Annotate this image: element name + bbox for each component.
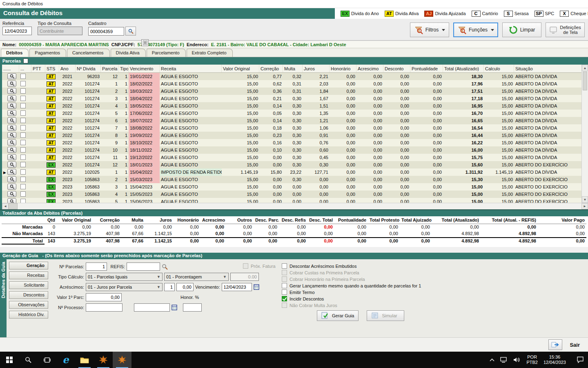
start-button[interactable] bbox=[0, 352, 19, 368]
acrescimo-qtd-input[interactable] bbox=[164, 283, 175, 291]
funcoes-button[interactable]: Funções bbox=[453, 22, 498, 37]
row-checkbox[interactable] bbox=[20, 110, 26, 116]
table-row[interactable]: ▶AT20221020251115/04/2022IMPOSTO DE REND… bbox=[2, 168, 588, 176]
sair-button[interactable]: Sair bbox=[566, 340, 584, 350]
row-detail-button[interactable] bbox=[7, 110, 16, 116]
row-checkbox[interactable] bbox=[20, 184, 26, 189]
option-checkbox[interactable] bbox=[282, 263, 287, 269]
side-button-hist-rico-div-[interactable]: Histórico Div. bbox=[9, 311, 48, 319]
acrescimos-select[interactable]: 01 - Juros por Parcela▼ bbox=[86, 283, 163, 291]
row-detail-button[interactable] bbox=[7, 125, 16, 131]
language-indicator[interactable]: POR PTB2 bbox=[526, 355, 538, 365]
table-row[interactable]: EX20231058633115/04/2023AGUA E ESGOTO15,… bbox=[2, 183, 588, 191]
row-detail-button[interactable] bbox=[7, 191, 16, 197]
table-row[interactable]: EX20231058634115/05/2023AGUA E ESGOTO15,… bbox=[2, 191, 588, 198]
row-checkbox[interactable] bbox=[20, 88, 26, 94]
refis-search-icon[interactable] bbox=[162, 264, 168, 270]
table-row[interactable]: AT20221012746118/07/2022AGUA E ESGOTO15,… bbox=[2, 117, 588, 124]
row-checkbox[interactable] bbox=[20, 96, 26, 101]
row-detail-button[interactable] bbox=[7, 132, 16, 138]
row-detail-button[interactable] bbox=[7, 176, 16, 182]
n-processo-input[interactable] bbox=[86, 303, 122, 312]
table-row[interactable]: EX202210127412118/01/2023AGUA E ESGOTO15… bbox=[2, 161, 588, 168]
refis-input[interactable] bbox=[127, 263, 160, 271]
table-row[interactable]: AT20221012741118/02/2022AGUA E ESGOTO15,… bbox=[2, 80, 588, 88]
option-checkbox[interactable] bbox=[282, 289, 287, 295]
table-row[interactable]: AT202210127411119/12/2022AGUA E ESGOTO15… bbox=[2, 154, 588, 161]
definicoes-tela-button[interactable]: Definições de Tela bbox=[546, 22, 585, 37]
scroll-left-arrow[interactable]: ◄ bbox=[2, 203, 9, 209]
row-detail-button[interactable] bbox=[7, 169, 16, 175]
tipo-calculo-select[interactable]: 01 - Parcelas Iguais▼ bbox=[86, 273, 163, 281]
honor-percent-input[interactable] bbox=[183, 303, 202, 312]
row-detail-button[interactable] bbox=[7, 73, 16, 79]
simular-button[interactable]: Simular bbox=[367, 310, 404, 321]
horizontal-scrollbar[interactable]: ◄ ► bbox=[2, 203, 588, 209]
taskbar-search-button[interactable] bbox=[19, 352, 38, 368]
task-view-button[interactable] bbox=[38, 352, 56, 368]
row-detail-button[interactable] bbox=[7, 81, 16, 87]
scroll-up-arrow[interactable]: ▲ bbox=[582, 65, 588, 71]
tipo-consulta-select[interactable] bbox=[38, 27, 82, 35]
vencimento-input[interactable] bbox=[222, 283, 252, 291]
app-orange-2-button[interactable] bbox=[113, 352, 131, 368]
vertical-scrollbar[interactable]: ▲ ▼ bbox=[581, 65, 588, 203]
row-detail-button[interactable] bbox=[7, 154, 16, 160]
clock[interactable]: 15:36 12/04/2023 bbox=[543, 355, 566, 365]
option-checkbox[interactable] bbox=[282, 270, 287, 275]
table-row[interactable]: AT20221012744118/05/2022AGUA E ESGOTO15,… bbox=[2, 102, 588, 110]
side-button-receitas[interactable]: Receitas bbox=[9, 272, 48, 279]
n-parcelas-input[interactable] bbox=[86, 263, 107, 271]
calendar-icon[interactable] bbox=[172, 305, 177, 310]
detalhes-guia-tab[interactable]: Detalhes da Guia bbox=[0, 259, 7, 337]
tab-parcelamento[interactable]: Parcelamento bbox=[147, 49, 186, 57]
gerar-guia-button[interactable]: Gerar Guia bbox=[317, 310, 359, 321]
porcentagem-select[interactable]: 01 - Porcentagem▼ bbox=[164, 273, 229, 281]
app-orange-1-button[interactable] bbox=[94, 352, 113, 368]
table-row[interactable]: EX20231058632115/03/2023AGUA E ESGOTO15,… bbox=[2, 176, 588, 183]
option-checkbox[interactable] bbox=[282, 276, 287, 282]
scroll-right-arrow[interactable]: ► bbox=[581, 203, 588, 209]
side-button-descontos[interactable]: Descontos bbox=[9, 291, 48, 299]
row-checkbox[interactable] bbox=[20, 191, 26, 197]
row-checkbox[interactable] bbox=[20, 118, 26, 123]
volume-icon[interactable] bbox=[513, 357, 521, 363]
row-checkbox[interactable] bbox=[20, 169, 26, 175]
table-row[interactable]: AT20219620312119/01/2022AGUA E ESGOTO15,… bbox=[2, 73, 588, 80]
acrescimo-valor-input[interactable] bbox=[176, 283, 194, 291]
table-row[interactable]: AT20221012747118/08/2022AGUA E ESGOTO15,… bbox=[2, 124, 588, 132]
side-button-gera-o[interactable]: Geração bbox=[9, 262, 48, 269]
row-detail-button[interactable] bbox=[7, 95, 16, 101]
row-detail-button[interactable] bbox=[7, 88, 16, 94]
tab-pagamentos[interactable]: Pagamentos bbox=[29, 49, 66, 57]
option-checkbox[interactable] bbox=[282, 303, 287, 308]
row-checkbox[interactable] bbox=[20, 125, 26, 130]
tab-débitos[interactable]: Débitos bbox=[1, 49, 29, 57]
table-row[interactable]: AT20221012749118/10/2022AGUA E ESGOTO15,… bbox=[2, 139, 588, 146]
prox-fatura-checkbox[interactable] bbox=[243, 263, 248, 269]
row-checkbox[interactable] bbox=[20, 162, 26, 167]
row-checkbox[interactable] bbox=[20, 140, 26, 145]
valor-primeira-parcela-input[interactable] bbox=[86, 293, 122, 301]
row-checkbox[interactable] bbox=[20, 132, 26, 138]
tab-cancelamentos[interactable]: Cancelamentos bbox=[67, 49, 109, 57]
row-checkbox[interactable] bbox=[20, 81, 26, 86]
processo-data-input[interactable] bbox=[134, 303, 170, 312]
sair-icon-button[interactable] bbox=[548, 339, 562, 350]
referencia-input[interactable] bbox=[2, 27, 32, 35]
row-detail-button[interactable] bbox=[7, 139, 16, 146]
row-checkbox[interactable] bbox=[20, 74, 26, 79]
side-button-observa-es[interactable]: Observações bbox=[9, 301, 48, 309]
limpar-button[interactable]: Limpar bbox=[502, 22, 541, 37]
calendar-icon[interactable] bbox=[254, 284, 259, 290]
internet-explorer-button[interactable]: e bbox=[56, 352, 75, 368]
table-row[interactable]: AT20221012748119/09/2022AGUA E ESGOTO15,… bbox=[2, 132, 588, 139]
option-checkbox[interactable] bbox=[282, 296, 287, 301]
row-detail-button[interactable] bbox=[7, 117, 16, 123]
scroll-down-arrow[interactable]: ▼ bbox=[582, 196, 588, 203]
table-row[interactable]: AT20221012743118/04/2022AGUA E ESGOTO15,… bbox=[2, 95, 588, 102]
parcelas-select-all-checkbox[interactable] bbox=[23, 58, 28, 63]
table-row[interactable]: AT20221012745117/06/2022AGUA E ESGOTO15,… bbox=[2, 110, 588, 117]
cadastro-search-button[interactable] bbox=[125, 27, 136, 36]
tab-dívida-ativa[interactable]: Dívida Ativa bbox=[111, 49, 146, 57]
